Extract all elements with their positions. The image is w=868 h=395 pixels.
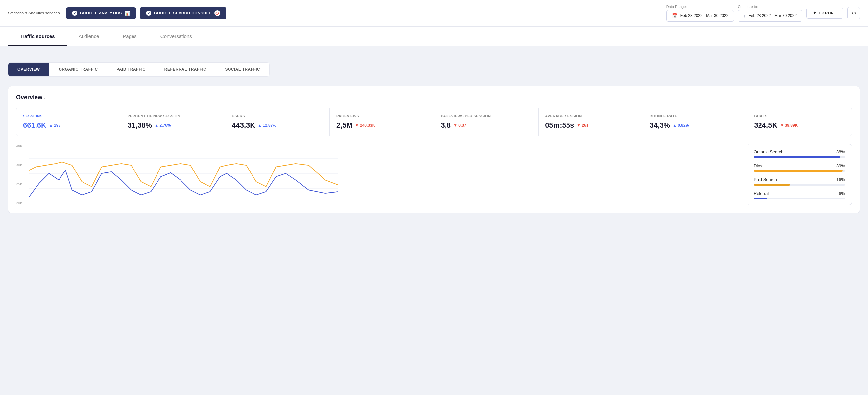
metrics-row: SESSIONS 661,6K ▲ 293 PERCENT OF NEW SES…	[16, 108, 852, 136]
top-bar: Statistics & Analytics services: ✓ GOOGL…	[0, 0, 868, 27]
metric-delta: ▲ 0,82%	[673, 123, 689, 128]
progress-bar-bg	[753, 170, 845, 172]
y-label: 35k	[16, 144, 28, 148]
metric-label: BOUNCE RATE	[650, 114, 741, 118]
compare-date-button[interactable]: ↕ Feb-28 2022 - Mar-30 2022	[738, 10, 802, 22]
metric-value: 443,3K ▲ 12,87%	[232, 121, 323, 130]
chart-svg-wrapper	[29, 144, 739, 204]
metric-label: PERCENT OF NEW SESSION	[128, 114, 219, 118]
check-icon-analytics: ✓	[72, 10, 77, 16]
progress-bar-fill	[753, 170, 843, 172]
metric-value: 05m:55s ▼ 26s	[545, 121, 636, 130]
chart-area: 35k30k25k20k	[16, 144, 852, 205]
legend-row: Direct 39%	[753, 163, 845, 168]
metric-delta: ▼ 240,33K	[355, 123, 375, 128]
line-chart: 35k30k25k20k	[16, 144, 739, 205]
legend-pct: 38%	[836, 149, 845, 154]
metric-delta: ▼ 39,89K	[780, 123, 798, 128]
google-search-console-label: GOOGLE SEARCH CONSOLE	[154, 11, 212, 16]
tab-traffic-sources[interactable]: Traffic sources	[8, 27, 67, 47]
tab-audience[interactable]: Audience	[67, 27, 111, 47]
google-search-console-button[interactable]: ✓ GOOGLE SEARCH CONSOLE G	[140, 7, 226, 20]
bar-chart-icon: 📊	[125, 10, 130, 16]
metric-label: AVERAGE SESSION	[545, 114, 636, 118]
calendar-icon: 📅	[672, 13, 678, 19]
tab-pages[interactable]: Pages	[111, 27, 149, 47]
legend-pct: 6%	[839, 191, 845, 196]
legend-item: Organic Search 38%	[753, 149, 845, 158]
metric-delta: ▲ 2,76%	[155, 123, 170, 128]
metric-delta: ▲ 12,87%	[258, 123, 276, 128]
progress-bar-bg	[753, 156, 845, 158]
metric-cell: GOALS 324,5K ▼ 39,89K	[747, 108, 851, 136]
metric-cell: USERS 443,3K ▲ 12,87%	[225, 108, 330, 136]
google-analytics-button[interactable]: ✓ GOOGLE ANALYTICS 📊	[66, 7, 136, 19]
main-content: OVERVIEW ORGANIC TRAFFIC PAID TRAFFIC RE…	[0, 47, 868, 213]
metric-cell: PERCENT OF NEW SESSION 31,38% ▲ 2,76%	[121, 108, 225, 136]
legend-name: Direct	[753, 163, 765, 168]
metric-cell: PAGEVIEWS PER SESSION 3,8 ▼ 0,37	[434, 108, 539, 136]
metric-cell: SESSIONS 661,6K ▲ 293	[17, 108, 121, 136]
compare-date-value: Feb-28 2022 - Mar-30 2022	[748, 13, 797, 18]
legend-row: Referral 6%	[753, 191, 845, 196]
sub-tabs-wrapper: OVERVIEW ORGANIC TRAFFIC PAID TRAFFIC RE…	[8, 54, 860, 77]
metric-value: 2,5M ▼ 240,33K	[336, 121, 427, 130]
y-axis-labels: 35k30k25k20k	[16, 144, 28, 205]
metric-delta: ▲ 293	[49, 123, 61, 128]
sub-tab-paid[interactable]: PAID TRAFFIC	[107, 62, 155, 76]
progress-bar-bg	[753, 184, 845, 186]
metric-value: 661,6K ▲ 293	[23, 121, 114, 130]
export-label: EXPORT	[819, 11, 836, 16]
compare-to-group: Compare to: ↕ Feb-28 2022 - Mar-30 2022	[738, 5, 802, 22]
g-icon: G	[214, 10, 220, 16]
sub-tab-organic[interactable]: ORGANIC TRAFFIC	[49, 62, 107, 76]
legend-pct: 39%	[836, 163, 845, 168]
settings-button[interactable]: ⚙	[847, 7, 860, 20]
data-range-group: Data Range: 📅 Feb-28 2022 - Mar-30 2022	[666, 5, 734, 22]
legend-item: Referral 6%	[753, 191, 845, 199]
date-range-button[interactable]: 📅 Feb-28 2022 - Mar-30 2022	[666, 10, 734, 22]
metric-label: PAGEVIEWS	[336, 114, 427, 118]
metric-cell: BOUNCE RATE 34,3% ▲ 0,82%	[643, 108, 748, 136]
progress-bar-fill	[753, 198, 767, 199]
compare-icon: ↕	[743, 13, 746, 19]
line-chart-svg	[29, 144, 338, 203]
metric-delta: ▼ 26s	[577, 123, 588, 128]
tab-conversations[interactable]: Conversations	[149, 27, 204, 47]
info-icon: i	[44, 95, 45, 100]
metric-value: 3,8 ▼ 0,37	[441, 121, 532, 130]
legend-name: Organic Search	[753, 149, 783, 154]
progress-bar-fill	[753, 184, 790, 186]
gear-icon: ⚙	[851, 10, 856, 16]
export-button[interactable]: ⬆ EXPORT	[806, 7, 843, 19]
statistics-label: Statistics & Analytics services:	[8, 11, 61, 16]
export-arrow-icon: ⬆	[813, 11, 817, 16]
date-range-value: Feb-28 2022 - Mar-30 2022	[680, 13, 728, 18]
nav-tabs: Traffic sources Audience Pages Conversat…	[0, 27, 868, 47]
metric-value: 34,3% ▲ 0,82%	[650, 121, 741, 130]
y-label: 20k	[16, 201, 28, 205]
sub-tab-referral[interactable]: REFERRAL TRAFFIC	[155, 62, 216, 76]
legend-item: Paid Search 16%	[753, 177, 845, 186]
progress-bar-bg	[753, 198, 845, 199]
legend-name: Paid Search	[753, 177, 777, 182]
metric-label: PAGEVIEWS PER SESSION	[441, 114, 532, 118]
compare-to-label: Compare to:	[738, 5, 802, 8]
legend-name: Referral	[753, 191, 769, 196]
metric-cell: AVERAGE SESSION 05m:55s ▼ 26s	[538, 108, 643, 136]
progress-bar-fill	[753, 156, 840, 158]
overview-section: Overview i SESSIONS 661,6K ▲ 293 PERCENT…	[8, 86, 860, 213]
google-analytics-label: GOOGLE ANALYTICS	[80, 11, 122, 16]
check-icon-gsc: ✓	[146, 10, 151, 16]
sub-tab-overview[interactable]: OVERVIEW	[8, 62, 49, 76]
metric-cell: PAGEVIEWS 2,5M ▼ 240,33K	[330, 108, 434, 136]
legend-pct: 16%	[836, 177, 845, 182]
overview-title: Overview i	[16, 94, 852, 101]
metric-value: 324,5K ▼ 39,89K	[754, 121, 845, 130]
legend-panel: Organic Search 38% Direct 39% Paid Searc…	[747, 144, 852, 205]
metric-delta: ▼ 0,37	[454, 123, 466, 128]
y-label: 25k	[16, 182, 28, 186]
sub-tab-social[interactable]: SOCIAL TRAFFIC	[216, 62, 270, 76]
metric-label: GOALS	[754, 114, 845, 118]
legend-item: Direct 39%	[753, 163, 845, 172]
